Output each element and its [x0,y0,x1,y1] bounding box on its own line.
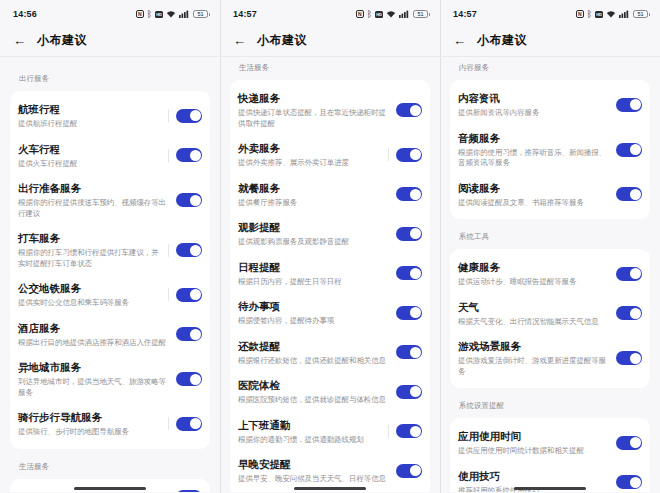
toggle-switch[interactable] [616,351,642,365]
setting-item[interactable]: 快递服务 提供快递订单状态提醒，且在靠近快递柜时提供取件提醒 [230,85,430,135]
setting-item[interactable]: 待办事项 根据便签内容，提醒待办事项 [230,293,430,333]
setting-item[interactable]: 外卖服务 提供外卖推荐、展示外卖订单进度 [230,135,430,175]
setting-item[interactable]: 火车行程 提供火车行程提醒 [10,136,210,176]
setting-item[interactable]: 天气 根据天气变化、出行情况智能展示天气信息 [450,294,650,334]
setting-item[interactable]: 观影提醒 提供观影购票服务及观影静音提醒 [230,214,430,254]
toggle-switch[interactable] [616,436,642,450]
toggle-knob [630,144,641,155]
setting-desc: 根据你的使用习惯，推荐听音乐、新闻播报、音频资讯等服务 [458,148,613,169]
toggle-switch[interactable] [396,148,422,162]
toggle-switch[interactable] [176,417,202,431]
setting-desc: 到达异地城市时，提供当地天气、旅游攻略等服务 [18,377,173,398]
setting-item[interactable]: 早晚安提醒 提供早安、晚安问候及当天天气、日程等信息 [230,451,430,491]
setting-text: 外卖服务 提供外卖推荐、展示外卖订单进度 [238,141,386,169]
setting-item[interactable]: 内容资讯 提供新闻资讯等内容服务 [450,85,650,125]
setting-text: 医院体检 根据医院预约短信，提供就诊提醒与体检信息 [238,378,396,406]
settings-group: 出行服务 航班行程 提供航班行程提醒 火车行程 提供火车行程提醒 出行准备服务 … [10,74,210,449]
toggle-switch[interactable] [176,372,202,386]
toggle-switch[interactable] [176,243,202,257]
setting-desc: 根据医院预约短信，提供就诊提醒与体检信息 [238,395,393,406]
signal-icon [399,10,410,18]
setting-text: 航班行程 提供航班行程提醒 [18,102,166,130]
toggle-switch[interactable] [616,187,642,201]
toggle-knob [190,289,201,300]
status-bar: 14:56 N ᛒ HD 51 [0,0,220,24]
toggle-switch[interactable] [616,306,642,320]
setting-item[interactable]: 骑行步行导航服务 提供骑行、步行时的地图导航服务 [10,404,210,444]
toggle-switch[interactable] [396,385,422,399]
setting-item[interactable]: 健康服务 提供运动计步、睡眠报告提醒等服务 [450,254,650,294]
setting-item[interactable]: 就餐服务 提供餐厅推荐服务 [230,175,430,215]
setting-item[interactable]: 酒店服务 根据出行目的地提供酒店推荐和酒店入住提醒 [10,315,210,355]
toggle-knob [410,386,421,397]
toggle-switch[interactable] [396,103,422,117]
setting-item[interactable]: 上下班通勤 根据你的通勤习惯，提供通勤路线规划 [230,412,430,452]
toggle-switch[interactable] [396,306,422,320]
setting-desc: 提供运动计步、睡眠报告提醒等服务 [458,277,613,288]
setting-desc: 提供外卖推荐、展示外卖订单进度 [238,158,383,169]
status-icons: N ᛒ HD 51 [576,10,648,18]
setting-item[interactable]: 阅读服务 提供阅读提醒及文章、书籍推荐等服务 [450,175,650,215]
toggle-knob [410,268,421,279]
toggle-knob [190,418,201,429]
back-icon[interactable]: ← [453,34,466,47]
toggle-switch[interactable] [396,345,422,359]
toggle-switch[interactable] [396,464,422,478]
back-icon[interactable]: ← [13,34,26,47]
setting-title: 还款提醒 [238,339,393,354]
setting-item[interactable]: 航班行程 提供航班行程提醒 [10,96,210,136]
setting-desc: 根据日历内容，提醒生日等日程 [238,277,393,288]
group-header: 生活服务 [230,63,430,73]
toggle-switch[interactable] [616,143,642,157]
setting-item[interactable]: 异地城市服务 到达异地城市时，提供当地天气、旅游攻略等服务 [10,354,210,404]
setting-item[interactable]: 医院体检 根据医院预约短信，提供就诊提醒与体检信息 [230,372,430,412]
setting-title: 出行准备服务 [18,181,173,196]
toggle-switch[interactable] [396,266,422,280]
page-title: 小布建议 [37,32,87,49]
setting-desc: 根据银行还款短信，提供还款提醒和相关信息 [238,356,393,367]
settings-group: 内容服务 内容资讯 提供新闻资讯等内容服务 音频服务 根据你的使用习惯，推荐听音… [450,63,650,219]
toggle-switch[interactable] [396,424,422,438]
toggle-switch[interactable] [396,227,422,241]
status-icons: N ᛒ HD 51 [136,10,208,18]
toggle-switch[interactable] [396,187,422,201]
back-icon[interactable]: ← [233,34,246,47]
gesture-bar[interactable] [294,487,366,490]
settings-list: 出行服务 航班行程 提供航班行程提醒 火车行程 提供火车行程提醒 出行准备服务 … [0,57,220,492]
toggle-switch[interactable] [616,267,642,281]
setting-item[interactable]: 打车服务 根据你的打车习惯和行程提供打车建议，并实时提醒打车订单状态 [10,225,210,275]
setting-desc: 根据你的通勤习惯，提供通勤路线规划 [238,435,383,446]
gesture-bar[interactable] [74,487,146,490]
setting-item[interactable]: 游戏场景服务 提供游戏复活倒计时、游戏更新进度提醒等服务 [450,333,650,383]
toggle-switch[interactable] [176,109,202,123]
setting-item[interactable]: 公交地铁服务 提供实时公交信息和乘车码等服务 [10,275,210,315]
setting-item[interactable]: 音频服务 根据你的使用习惯，推荐听音乐、新闻播报、音频资讯等服务 [450,125,650,175]
toggle-knob [410,307,421,318]
setting-title: 航班行程 [18,102,163,117]
setting-title: 使用技巧 [458,469,613,484]
toggle-knob [410,149,421,160]
setting-item[interactable]: 出行准备服务 根据你的行程提供接送车预约、视频缓存等出行建议 [10,175,210,225]
setting-item[interactable]: 应用使用时间 提供应用使用时间统计数据和相关提醒 [450,423,650,463]
setting-title: 天气 [458,300,613,315]
toggle-switch[interactable] [176,327,202,341]
setting-item[interactable]: 还款提醒 根据银行还款短信，提供还款提醒和相关信息 [230,333,430,373]
setting-title: 火车行程 [18,142,163,157]
gesture-bar[interactable] [514,487,586,490]
toggle-knob [630,189,641,200]
nav-bar: ← 小布建议 [0,24,220,57]
toggle-switch[interactable] [176,490,202,492]
toggle-switch[interactable] [176,288,202,302]
setting-item[interactable]: 日程提醒 根据日历内容，提醒生日等日程 [230,254,430,294]
setting-text: 待办事项 根据便签内容，提醒待办事项 [238,299,396,327]
toggle-switch[interactable] [176,193,202,207]
toggle-switch[interactable] [616,475,642,489]
toggle-knob [190,245,201,256]
setting-desc: 提供观影购票服务及观影静音提醒 [238,237,393,248]
setting-title: 快递服务 [238,91,393,106]
settings-card: 快递服务 提供快递订单状态提醒，且在靠近快递柜时提供取件提醒 外卖服务 提供外卖… [230,80,430,492]
toggle-switch[interactable] [616,98,642,112]
toggle-switch[interactable] [176,148,202,162]
setting-desc: 提供火车行程提醒 [18,159,163,170]
hd-icon: HD [595,11,603,18]
